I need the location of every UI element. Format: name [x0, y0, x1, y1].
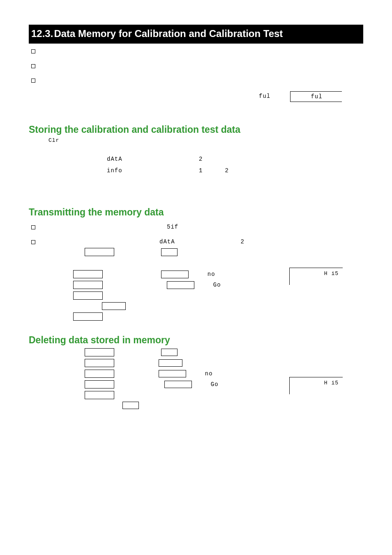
seg-data: dAtA	[159, 238, 175, 245]
note-text	[40, 62, 274, 70]
seg-clear-box: ClEAr	[102, 302, 126, 310]
note-item	[31, 62, 363, 70]
seg-data: dAtA	[107, 156, 131, 162]
page-root: 12.3.Data Memory for Calibration and Cal…	[0, 0, 392, 555]
seg-out-no-box: out no	[161, 271, 189, 278]
key-outline[interactable]	[85, 348, 114, 356]
note-text	[40, 77, 274, 91]
step-row: ClEAr	[73, 302, 363, 310]
seg-v2: 2	[225, 167, 228, 174]
seg-out-box: out	[161, 248, 178, 256]
checkbox-icon	[31, 49, 35, 53]
seg-no: no	[205, 370, 213, 377]
transmit-note-item: dAtA 2	[31, 238, 363, 246]
note-text	[40, 48, 274, 55]
step-row: out	[73, 402, 363, 409]
checkbox-icon	[31, 64, 35, 68]
seg-ful-boxed: ful	[311, 93, 322, 100]
seg-out-go-box: out Go	[167, 281, 194, 289]
checkbox-icon	[31, 240, 35, 244]
key-outline[interactable]	[73, 291, 103, 300]
transmit-note-item: 5if	[31, 224, 363, 231]
key-outline[interactable]	[85, 248, 114, 256]
key-outline[interactable]	[85, 370, 114, 378]
storing-heading: Storing the calibration and calibration …	[29, 124, 363, 135]
step-row	[73, 291, 363, 300]
seg-clr-no-box: Clr no	[159, 370, 186, 378]
seg-info: info	[107, 167, 131, 174]
section-number: 12.3.	[31, 28, 53, 39]
seg-val: 2	[199, 156, 203, 162]
section-heading: 12.3.Data Memory for Calibration and Cal…	[29, 25, 363, 44]
transmit-steps: out out no no out Go Go ClEAr	[73, 248, 363, 321]
seg-v1: 1	[199, 167, 203, 174]
seg-sif: 5if	[167, 224, 178, 230]
seg-go: Go	[211, 381, 219, 388]
key-outline[interactable]	[73, 312, 103, 321]
seg-ful: ful	[259, 93, 270, 99]
display-ful-box: ful	[290, 91, 342, 102]
key-outline[interactable]	[85, 359, 114, 367]
display-his-box: H i5	[289, 268, 343, 285]
seg-clear-box: ClEAr	[159, 359, 182, 367]
key-outline[interactable]	[85, 380, 114, 388]
note-text	[40, 238, 159, 246]
key-outline[interactable]	[73, 281, 103, 289]
seg-clr: Clr	[48, 137, 59, 143]
seg-clr-go-box: Clr Go	[164, 381, 192, 388]
step-row: out	[73, 348, 363, 356]
seg-two: 2	[241, 238, 244, 245]
deleting-heading: Deleting data stored in memory	[29, 335, 363, 346]
seg-his: H i5	[324, 380, 339, 386]
key-outline[interactable]	[85, 391, 114, 399]
notes-list	[31, 48, 363, 91]
step-row	[73, 312, 363, 321]
transmit-heading: Transmitting the memory data	[29, 207, 363, 218]
seg-out-box-2: out	[122, 402, 139, 409]
seg-go: Go	[213, 282, 221, 288]
section-title: Data Memory for Calibration and Calibrat…	[54, 28, 283, 39]
checkbox-icon	[31, 225, 35, 229]
step-row: Clr no no	[73, 370, 363, 378]
note-item	[31, 48, 363, 55]
note-text	[40, 224, 164, 231]
key-outline[interactable]	[73, 270, 103, 278]
checkbox-icon	[31, 79, 35, 83]
seg-no: no	[208, 271, 215, 278]
delete-steps: out ClEAr Clr no no Clr Go Go	[73, 348, 363, 409]
note-item	[31, 77, 363, 91]
seg-out-box: out	[161, 349, 178, 356]
seg-his: H i5	[324, 271, 339, 277]
page-number: 57	[354, 537, 360, 543]
step-row: ClEAr	[73, 359, 363, 367]
step-row: out	[73, 248, 363, 256]
display-his-box: H i5	[289, 377, 343, 394]
